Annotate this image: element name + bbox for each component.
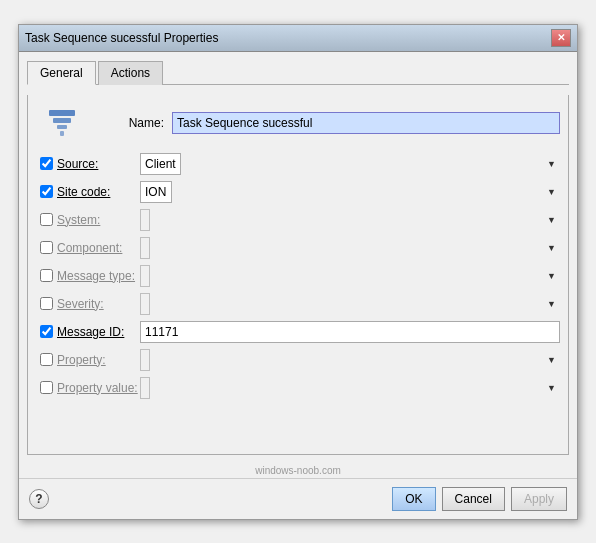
dropdown-wrapper-system bbox=[140, 209, 560, 231]
dropdown-severity bbox=[140, 293, 150, 315]
checkbox-cell-property_value: Property value: bbox=[40, 381, 140, 395]
dropdown-wrapper-property bbox=[140, 349, 560, 371]
filter-icon bbox=[44, 105, 80, 141]
watermark: windows-noob.com bbox=[19, 463, 577, 478]
checkbox-source[interactable] bbox=[40, 157, 53, 170]
checkbox-cell-source: Source: bbox=[40, 157, 140, 171]
select-cell-component bbox=[140, 237, 560, 259]
label-component: Component: bbox=[57, 241, 122, 255]
help-icon[interactable]: ? bbox=[29, 489, 49, 509]
dropdown-wrapper-source: Client bbox=[140, 153, 560, 175]
dropdown-wrapper-component bbox=[140, 237, 560, 259]
select-cell-severity bbox=[140, 293, 560, 315]
ok-button[interactable]: OK bbox=[392, 487, 435, 511]
form-row-component: Component: bbox=[36, 237, 560, 259]
checkbox-cell-property: Property: bbox=[40, 353, 140, 367]
dropdown-source[interactable]: Client bbox=[140, 153, 181, 175]
form-row-message_id: Message ID: bbox=[36, 321, 560, 343]
form-row-severity: Severity: bbox=[36, 293, 560, 315]
svg-rect-3 bbox=[60, 131, 64, 136]
dropdown-wrapper-message_type bbox=[140, 265, 560, 287]
name-row: Name: bbox=[92, 112, 560, 134]
bottom-bar: ? OK Cancel Apply bbox=[19, 478, 577, 519]
checkbox-site_code[interactable] bbox=[40, 185, 53, 198]
checkbox-cell-message_type: Message type: bbox=[40, 269, 140, 283]
label-property: Property: bbox=[57, 353, 106, 367]
select-cell-site_code: ION bbox=[140, 181, 560, 203]
checkbox-property[interactable] bbox=[40, 353, 53, 366]
bottom-left: ? bbox=[29, 489, 49, 509]
dropdown-site_code[interactable]: ION bbox=[140, 181, 172, 203]
checkbox-message_id[interactable] bbox=[40, 325, 53, 338]
dropdown-property bbox=[140, 349, 150, 371]
label-severity: Severity: bbox=[57, 297, 104, 311]
title-bar-controls: ✕ bbox=[551, 29, 571, 47]
dropdown-wrapper-site_code: ION bbox=[140, 181, 560, 203]
label-source: Source: bbox=[57, 157, 98, 171]
tab-bar: General Actions bbox=[27, 60, 569, 85]
checkbox-cell-severity: Severity: bbox=[40, 297, 140, 311]
tab-actions[interactable]: Actions bbox=[98, 61, 163, 85]
svg-rect-0 bbox=[49, 110, 75, 116]
checkbox-component[interactable] bbox=[40, 241, 53, 254]
title-bar: Task Sequence sucessful Properties ✕ bbox=[19, 25, 577, 52]
close-button[interactable]: ✕ bbox=[551, 29, 571, 47]
button-row: OK Cancel Apply bbox=[392, 487, 567, 511]
text-input-message_id[interactable] bbox=[140, 321, 560, 343]
label-system: System: bbox=[57, 213, 100, 227]
form-row-message_type: Message type: bbox=[36, 265, 560, 287]
form-fields: Source:ClientSite code:IONSystem:Compone… bbox=[36, 153, 560, 399]
form-row-property: Property: bbox=[36, 349, 560, 371]
dropdown-property_value bbox=[140, 377, 150, 399]
dropdown-wrapper-property_value bbox=[140, 377, 560, 399]
name-input[interactable] bbox=[172, 112, 560, 134]
form-row-site_code: Site code:ION bbox=[36, 181, 560, 203]
select-cell-property_value bbox=[140, 377, 560, 399]
checkbox-system[interactable] bbox=[40, 213, 53, 226]
name-label: Name: bbox=[92, 116, 172, 130]
apply-button[interactable]: Apply bbox=[511, 487, 567, 511]
icon-name-row: Name: bbox=[36, 105, 560, 141]
dropdown-component bbox=[140, 237, 150, 259]
select-cell-property bbox=[140, 349, 560, 371]
svg-rect-2 bbox=[57, 125, 67, 129]
select-cell-system bbox=[140, 209, 560, 231]
tab-general[interactable]: General bbox=[27, 61, 96, 85]
dropdown-system bbox=[140, 209, 150, 231]
checkbox-cell-site_code: Site code: bbox=[40, 185, 140, 199]
tab-content-general: Name: Source:ClientSite code:IONSystem:C… bbox=[27, 95, 569, 455]
label-property_value: Property value: bbox=[57, 381, 138, 395]
checkbox-cell-component: Component: bbox=[40, 241, 140, 255]
cancel-button[interactable]: Cancel bbox=[442, 487, 505, 511]
dropdown-message_type bbox=[140, 265, 150, 287]
label-site_code: Site code: bbox=[57, 185, 110, 199]
checkbox-property_value[interactable] bbox=[40, 381, 53, 394]
label-message_type: Message type: bbox=[57, 269, 135, 283]
checkbox-message_type[interactable] bbox=[40, 269, 53, 282]
checkbox-cell-system: System: bbox=[40, 213, 140, 227]
content-area: General Actions Name: bbox=[19, 52, 577, 463]
main-window: Task Sequence sucessful Properties ✕ Gen… bbox=[18, 24, 578, 520]
checkbox-cell-message_id: Message ID: bbox=[40, 325, 140, 339]
checkbox-severity[interactable] bbox=[40, 297, 53, 310]
svg-rect-1 bbox=[53, 118, 71, 123]
dropdown-wrapper-severity bbox=[140, 293, 560, 315]
form-row-system: System: bbox=[36, 209, 560, 231]
form-row-property_value: Property value: bbox=[36, 377, 560, 399]
label-message_id: Message ID: bbox=[57, 325, 124, 339]
select-cell-message_id bbox=[140, 321, 560, 343]
title-bar-text: Task Sequence sucessful Properties bbox=[25, 31, 218, 45]
select-cell-message_type bbox=[140, 265, 560, 287]
select-cell-source: Client bbox=[140, 153, 560, 175]
form-row-source: Source:Client bbox=[36, 153, 560, 175]
